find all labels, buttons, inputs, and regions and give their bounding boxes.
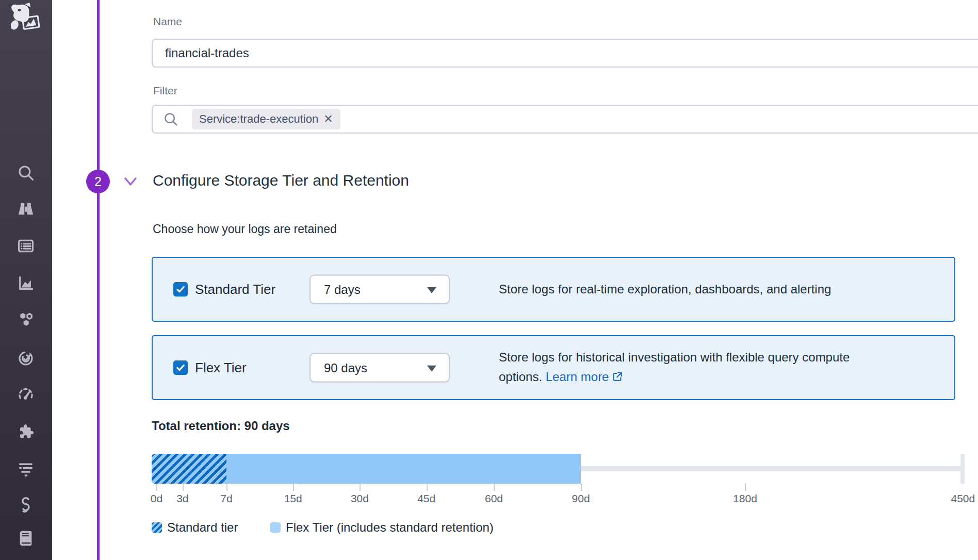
caret-down-icon bbox=[427, 287, 436, 293]
sidebar-item-dashboards[interactable] bbox=[14, 235, 37, 257]
sidebar-item-log-pipelines[interactable] bbox=[14, 457, 37, 480]
step-badge: 2 bbox=[86, 170, 110, 193]
tick-mark bbox=[427, 484, 428, 491]
filter-label: Filter bbox=[153, 85, 177, 97]
standard-tier-description: Store logs for real-time exploration, da… bbox=[499, 279, 891, 299]
axis-tick-450d: 450d bbox=[951, 492, 975, 505]
check-icon bbox=[175, 284, 186, 294]
legend-item-flex: Flex Tier (includes standard retention) bbox=[270, 521, 494, 534]
axis-tick-90d: 90d bbox=[572, 492, 590, 505]
sidebar-item-metrics[interactable] bbox=[14, 272, 37, 294]
sidebar-item-watchdog[interactable] bbox=[14, 197, 37, 220]
standard-tier-card: Standard Tier 7 days Store logs for real… bbox=[152, 257, 955, 322]
bar-track-unused bbox=[581, 466, 963, 471]
funnel-lines-icon bbox=[17, 460, 35, 477]
datadog-logo[interactable] bbox=[8, 3, 43, 34]
area-chart-icon bbox=[17, 274, 35, 292]
legend-swatch-flex bbox=[270, 522, 281, 533]
step-number: 2 bbox=[94, 174, 102, 189]
tick-mark bbox=[494, 484, 495, 491]
tick-mark bbox=[183, 484, 184, 491]
sidebar-item-integrations[interactable] bbox=[14, 420, 37, 443]
flex-tier-checkbox[interactable] bbox=[173, 360, 188, 375]
sidebar bbox=[0, 0, 52, 560]
tick-mark bbox=[360, 484, 361, 491]
sidebar-item-apm[interactable] bbox=[14, 383, 37, 406]
hexagons-icon bbox=[17, 310, 35, 328]
target-check-icon bbox=[17, 350, 35, 367]
legend-swatch-standard bbox=[152, 522, 162, 533]
check-icon bbox=[175, 363, 186, 373]
filter-chip[interactable]: Service:trade-execution ✕ bbox=[192, 109, 340, 129]
section-collapse-toggle[interactable] bbox=[124, 176, 137, 187]
gauge-icon bbox=[17, 386, 35, 403]
sidebar-item-search[interactable] bbox=[14, 161, 37, 184]
axis-tick-3d: 3d bbox=[176, 492, 188, 505]
search-icon bbox=[17, 164, 35, 182]
tick-mark bbox=[156, 484, 157, 491]
puzzle-icon bbox=[17, 423, 35, 440]
filter-input[interactable]: Service:trade-execution ✕ bbox=[152, 105, 978, 134]
standard-tier-label: Standard Tier bbox=[195, 282, 275, 298]
bar-segment-standard-tier bbox=[152, 454, 226, 484]
flex-tier-description: Store logs for historical investigation … bbox=[499, 348, 891, 388]
legend-item-standard: Standard tier bbox=[152, 521, 238, 534]
section-title: Configure Storage Tier and Retention bbox=[153, 172, 409, 189]
sidebar-item-ci-pipelines[interactable] bbox=[14, 493, 37, 516]
bar-segment-flex-tier bbox=[226, 454, 581, 484]
flex-tier-card: Flex Tier 90 days Store logs for histori… bbox=[152, 335, 955, 400]
tick-mark bbox=[581, 484, 582, 491]
tick-mark bbox=[226, 484, 227, 491]
list-card-icon bbox=[17, 237, 35, 255]
sidebar-item-reference[interactable] bbox=[14, 527, 37, 550]
chevron-down-icon bbox=[124, 176, 137, 187]
step-connector-line bbox=[97, 0, 100, 560]
total-retention-summary: Total retention: 90 days bbox=[152, 419, 290, 433]
axis-tick-7d: 7d bbox=[220, 492, 232, 505]
name-input[interactable] bbox=[152, 39, 978, 68]
s-link-icon bbox=[17, 496, 35, 514]
chip-close-icon[interactable]: ✕ bbox=[323, 113, 333, 125]
legend-label-standard: Standard tier bbox=[167, 520, 238, 535]
axis-tick-45d: 45d bbox=[417, 492, 435, 505]
caret-down-icon bbox=[427, 365, 436, 371]
filter-chip-label: Service:trade-execution bbox=[199, 112, 318, 126]
learn-more-link[interactable]: Learn more bbox=[546, 370, 624, 384]
legend-label-flex: Flex Tier (includes standard retention) bbox=[286, 520, 494, 535]
book-icon bbox=[17, 530, 35, 547]
standard-tier-checkbox[interactable] bbox=[173, 282, 188, 297]
logs-index-config-page: Name Filter Service:trade-execution ✕ 2 … bbox=[0, 0, 978, 560]
sidebar-item-monitors[interactable] bbox=[14, 347, 37, 370]
sidebar-item-infrastructure[interactable] bbox=[14, 308, 37, 331]
standard-retention-value: 7 days bbox=[324, 282, 361, 297]
standard-retention-select[interactable]: 7 days bbox=[309, 275, 450, 304]
axis-tick-0d: 0d bbox=[151, 492, 162, 505]
tick-mark bbox=[293, 484, 294, 491]
search-icon bbox=[163, 111, 178, 127]
axis-tick-15d: 15d bbox=[284, 492, 302, 505]
flex-retention-select[interactable]: 90 days bbox=[309, 353, 450, 383]
axis-tick-30d: 30d bbox=[351, 492, 369, 505]
axis-tick-180d: 180d bbox=[733, 492, 757, 505]
flex-tier-label: Flex Tier bbox=[195, 360, 247, 376]
tick-mark bbox=[745, 484, 746, 491]
retention-timeline-chart: 0d 3d 7d 15d 30d 45d 60d 90d 180d 450d bbox=[152, 454, 965, 516]
binoculars-icon bbox=[17, 200, 35, 218]
flex-retention-value: 90 days bbox=[324, 360, 367, 375]
bar-end-cap bbox=[960, 454, 965, 484]
external-link-icon bbox=[612, 369, 623, 388]
name-label: Name bbox=[153, 15, 182, 28]
section-subtitle: Choose how your logs are retained bbox=[153, 222, 337, 236]
axis-tick-60d: 60d bbox=[485, 492, 503, 505]
